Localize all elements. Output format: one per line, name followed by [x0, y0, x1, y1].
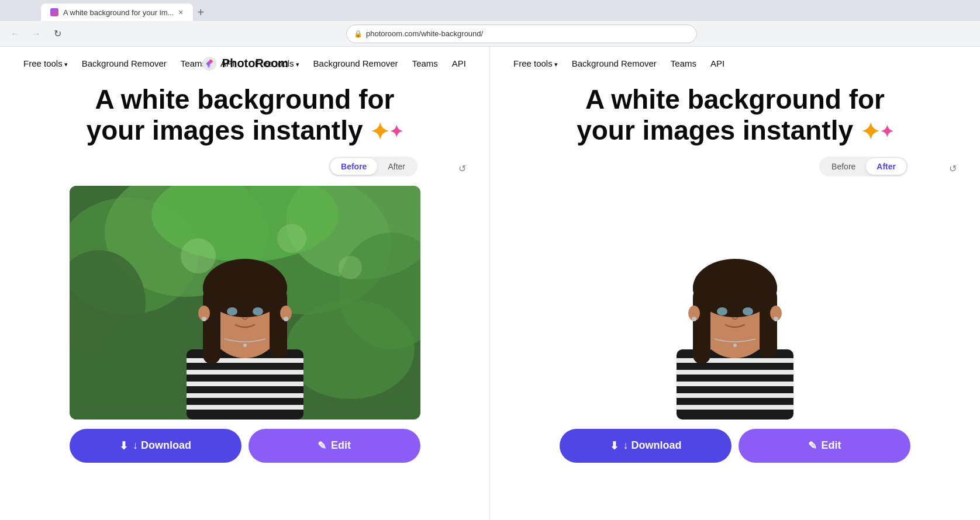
left-action-buttons: ⬇ ↓ Download ✎ Edit [70, 429, 420, 463]
browser-toolbar: ← → ↻ 🔒 photoroom.com/white-background/ [0, 21, 980, 47]
svg-point-31 [243, 344, 247, 347]
right-download-button[interactable]: ⬇ ↓ Download [560, 429, 731, 463]
active-tab[interactable]: A white background for your im... × [41, 4, 193, 21]
svg-point-46 [743, 307, 753, 316]
svg-rect-36 [677, 382, 793, 386]
svg-point-29 [202, 317, 206, 321]
right-image-container [560, 186, 910, 420]
right-edit-label: Edit [822, 439, 841, 452]
svg-rect-15 [187, 370, 303, 375]
left-sparkle: ✦✦ [370, 115, 403, 145]
tab-close-button[interactable]: × [178, 8, 183, 17]
right-edit-button[interactable]: ✎ Edit [739, 429, 910, 463]
svg-point-50 [774, 317, 778, 321]
right-heading-line2: your images instantly [577, 115, 853, 145]
svg-point-49 [692, 317, 696, 321]
svg-point-44 [693, 265, 777, 311]
right-nav-links: Free tools Background Remover Teams API [513, 58, 724, 68]
left-panel: Free tools Background Remover Teams API … [0, 47, 490, 520]
right-download-icon: ⬇ [610, 439, 619, 452]
right-panel: Free tools Background Remover Teams API … [490, 47, 980, 520]
right-action-buttons: ⬇ ↓ Download ✎ Edit [560, 429, 910, 463]
refresh-button[interactable]: ↻ [49, 26, 65, 42]
page-content: Free tools Background Remover Teams API … [0, 47, 980, 520]
left-api-right[interactable]: API [452, 58, 466, 68]
right-hero-heading: A white background for your images insta… [577, 84, 893, 146]
left-edit-label: Edit [331, 439, 351, 452]
new-tab-button[interactable]: + [193, 4, 209, 21]
left-hero-heading: A white background for your images insta… [87, 84, 403, 146]
left-free-tools-link[interactable]: Free tools [23, 58, 68, 68]
right-edit-icon: ✎ [808, 439, 817, 452]
left-download-icon: ⬇ [119, 439, 128, 452]
address-bar[interactable]: 🔒 photoroom.com/white-background/ [346, 25, 697, 43]
forward-button[interactable]: → [28, 26, 44, 42]
right-navbar: Free tools Background Remover Teams API [513, 47, 957, 77]
left-background-remover-link[interactable]: Background Remover [82, 58, 167, 68]
right-refresh-icon[interactable]: ↺ [949, 163, 957, 174]
left-navbar: Free tools Background Remover Teams API … [23, 47, 466, 77]
right-download-label: ↓ Download [623, 439, 682, 452]
right-free-tools-link[interactable]: Free tools [513, 58, 558, 68]
svg-point-25 [227, 307, 237, 316]
svg-point-24 [203, 265, 287, 311]
svg-point-10 [181, 238, 216, 273]
right-before-button[interactable]: Before [821, 158, 866, 175]
right-toggle-bar: Before After [819, 157, 908, 176]
left-logo-text: PhotoRoom [222, 57, 288, 70]
svg-rect-37 [677, 393, 793, 398]
svg-rect-18 [187, 405, 303, 410]
left-logo-icon [201, 56, 218, 72]
lock-icon: 🔒 [354, 30, 363, 38]
left-download-label: ↓ Download [133, 439, 191, 452]
left-before-button[interactable]: Before [330, 158, 377, 175]
left-teams-right[interactable]: Teams [412, 58, 438, 68]
svg-rect-17 [187, 393, 303, 398]
svg-point-26 [253, 307, 263, 316]
right-after-button[interactable]: After [866, 158, 906, 175]
left-edit-icon: ✎ [318, 439, 326, 452]
back-button[interactable]: ← [7, 26, 23, 42]
right-after-image [560, 186, 910, 420]
right-portrait-svg [560, 186, 910, 420]
left-after-button[interactable]: After [377, 158, 416, 175]
svg-point-51 [733, 344, 737, 347]
browser-tab-bar: A white background for your im... × + [0, 0, 980, 21]
right-teams-link[interactable]: Teams [671, 58, 696, 68]
url-text: photoroom.com/white-background/ [366, 29, 483, 38]
left-download-button[interactable]: ⬇ ↓ Download [70, 429, 241, 463]
svg-point-9 [286, 300, 415, 399]
left-refresh-icon[interactable]: ↺ [458, 163, 466, 174]
right-sparkle: ✦✦ [861, 115, 893, 145]
left-before-image [70, 186, 420, 420]
svg-rect-38 [677, 405, 793, 410]
svg-point-11 [277, 224, 306, 253]
left-heading-line1: A white background for [95, 84, 395, 115]
right-api-link[interactable]: API [710, 58, 724, 68]
left-image-container [70, 186, 420, 420]
right-background-remover-link[interactable]: Background Remover [572, 58, 657, 68]
right-heading-line1: A white background for [585, 84, 885, 115]
svg-point-30 [284, 317, 288, 321]
left-logo[interactable]: PhotoRoom [201, 56, 288, 72]
tab-title: A white background for your im... [63, 8, 174, 17]
tab-favicon [50, 8, 58, 16]
left-toggle-bar: Before After [329, 157, 417, 176]
svg-point-45 [717, 307, 727, 316]
svg-point-12 [339, 256, 362, 279]
left-bg-remover-right[interactable]: Background Remover [313, 58, 398, 68]
svg-rect-16 [187, 382, 303, 386]
left-heading-line2: your images instantly [87, 115, 363, 145]
svg-rect-35 [677, 370, 793, 375]
left-edit-button[interactable]: ✎ Edit [249, 429, 420, 463]
left-portrait-svg [70, 186, 420, 420]
